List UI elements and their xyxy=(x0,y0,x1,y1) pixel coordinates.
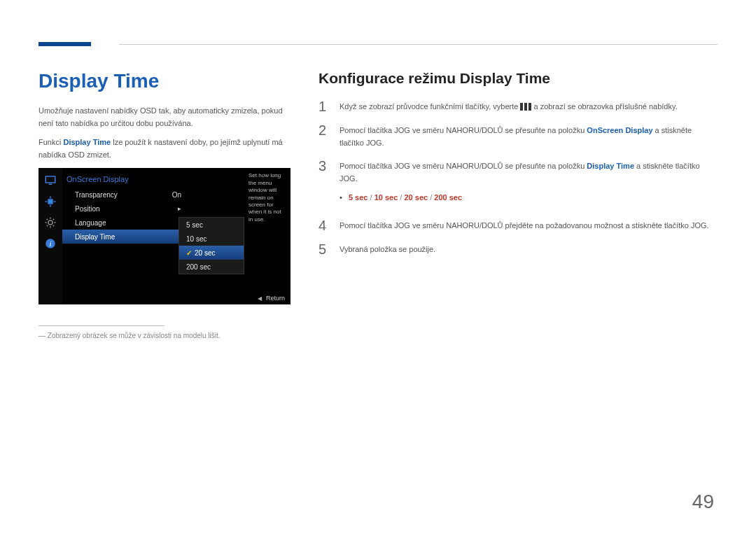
step-number: 4 xyxy=(318,218,330,232)
step-number: 5 xyxy=(318,242,330,256)
step-4: 4 Pomocí tlačítka JOG ve směru NAHORU/DO… xyxy=(318,218,718,232)
osd-sub-5sec: 5 sec xyxy=(179,218,244,232)
s3-strong: Display Time xyxy=(587,162,634,170)
svg-text:i: i xyxy=(50,240,52,248)
s1-pre: Když se zobrazí průvodce funkčními tlačí… xyxy=(340,102,520,111)
osd-row-position: Position ▸ xyxy=(62,202,188,216)
osd-row-label: Language xyxy=(75,219,106,227)
osd-description: Set how long the menu window will remain… xyxy=(248,172,287,223)
step-1: 1 Když se zobrazí průvodce funkčními tla… xyxy=(318,99,718,113)
step-2: 2 Pomocí tlačítka JOG ve směru NAHORU/DO… xyxy=(318,123,718,149)
osd-sub-label: 200 sec xyxy=(186,263,211,271)
step-body: Pomocí tlačítka JOG ve směru NAHORU/DOLŮ… xyxy=(340,159,718,209)
osd-row-display-time: Display Time xyxy=(62,230,188,244)
osd-header: OnScreen Display xyxy=(62,172,188,188)
footnote: ― Zobrazený obrázek se může v závislosti… xyxy=(38,332,290,339)
svg-rect-1 xyxy=(49,184,52,185)
page-title: Display Time xyxy=(38,70,290,92)
osd-row-label: Display Time xyxy=(75,233,115,241)
step-body: Když se zobrazí průvodce funkčními tlačí… xyxy=(340,99,678,113)
opt-5sec: 5 sec xyxy=(349,193,368,202)
osd-row-transparency: Transparency On xyxy=(62,188,188,202)
osd-screenshot: i OnScreen Display Transparency On Posit… xyxy=(38,168,290,304)
step-number: 3 xyxy=(318,159,330,173)
osd-row-value: On xyxy=(172,191,181,199)
info-icon: i xyxy=(41,235,59,252)
menu-grid-icon xyxy=(520,103,531,111)
step-number: 1 xyxy=(318,99,330,113)
monitor-icon xyxy=(41,172,59,189)
right-column: Konfigurace režimu Display Time 1 Když s… xyxy=(318,70,718,339)
osd-row-label: Transparency xyxy=(75,191,118,199)
intro-paragraph-1: Umožňuje nastavení nabídky OSD tak, aby … xyxy=(38,105,290,129)
footnote-rule xyxy=(38,325,164,326)
page-number: 49 xyxy=(692,491,714,513)
osd-sub-20sec: ✓20 sec xyxy=(179,246,244,260)
check-icon: ✓ xyxy=(186,249,192,257)
s2-pre: Pomocí tlačítka JOG ve směru NAHORU/DOLŮ… xyxy=(340,126,587,134)
osd-return-label: Return xyxy=(266,295,285,302)
opt-20sec: 20 sec xyxy=(404,193,428,202)
osd-main-panel: OnScreen Display Transparency On Positio… xyxy=(62,172,188,244)
s2-strong: OnScreen Display xyxy=(587,126,652,134)
step-5: 5 Vybraná položka se použije. xyxy=(318,242,718,256)
osd-submenu: 5 sec 10 sec ✓20 sec 200 sec xyxy=(178,217,244,274)
left-column: Display Time Umožňuje nastavení nabídky … xyxy=(38,70,290,339)
opt-200sec: 200 sec xyxy=(434,193,462,202)
osd-sidebar: i xyxy=(38,168,62,304)
s3-pre: Pomocí tlačítka JOG ve směru NAHORU/DOLŮ… xyxy=(340,162,587,170)
osd-row-language: Language xyxy=(62,216,188,230)
osd-sub-200sec: 200 sec xyxy=(179,260,244,274)
osd-sub-label: 10 sec xyxy=(186,235,206,243)
step-body: Pomocí tlačítka JOG ve směru NAHORU/DOLŮ… xyxy=(340,123,718,149)
step-body: Vybraná položka se použije. xyxy=(340,242,435,256)
gear-icon xyxy=(41,214,59,231)
opt-10sec: 10 sec xyxy=(374,193,398,202)
triangle-left-icon: ◀ xyxy=(258,295,262,302)
step-number: 2 xyxy=(318,123,330,137)
p2-pre: Funkci xyxy=(38,138,63,146)
step-body: Pomocí tlačítka JOG ve směru NAHORU/DOLŮ… xyxy=(340,218,709,232)
options-list: • 5 sec / 10 sec / 20 sec / 200 sec xyxy=(340,192,718,204)
bullet-icon: • xyxy=(340,193,342,202)
header-accent-bar xyxy=(38,42,91,46)
s1-post: a zobrazí se obrazovka příslušné nabídky… xyxy=(531,102,677,111)
step-3: 3 Pomocí tlačítka JOG ve směru NAHORU/DO… xyxy=(318,159,718,209)
crosshair-icon xyxy=(41,193,59,210)
svg-point-3 xyxy=(48,220,52,225)
p2-strong: Display Time xyxy=(63,138,111,146)
svg-rect-2 xyxy=(48,199,53,205)
osd-sub-label: 20 sec xyxy=(195,249,215,257)
chevron-right-icon: ▸ xyxy=(178,205,181,212)
header-rule xyxy=(119,44,718,45)
osd-row-label: Position xyxy=(75,205,100,213)
intro-paragraph-2: Funkci Display Time lze použít k nastave… xyxy=(38,136,290,161)
osd-return: ◀ Return xyxy=(258,295,285,302)
osd-sub-10sec: 10 sec xyxy=(179,232,244,246)
svg-rect-0 xyxy=(46,176,55,183)
osd-sub-label: 5 sec xyxy=(186,221,203,229)
section-subtitle: Konfigurace režimu Display Time xyxy=(318,70,718,87)
